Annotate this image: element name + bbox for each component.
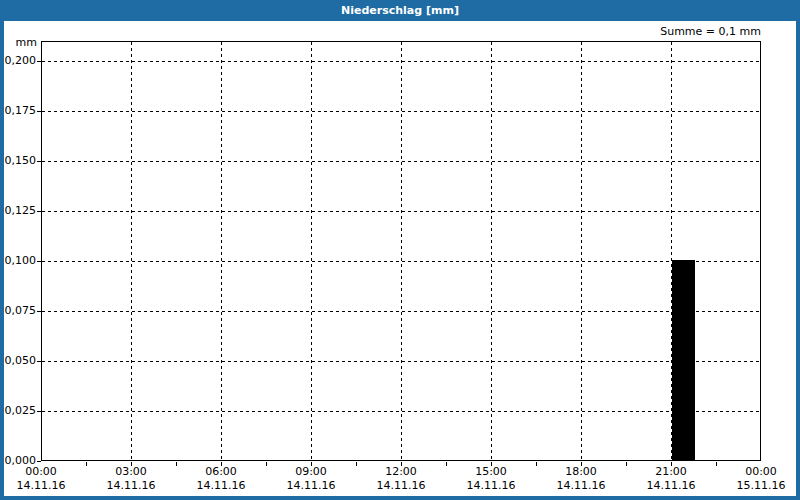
x-gridline xyxy=(221,42,222,460)
y-tick-mark xyxy=(37,361,41,362)
x-tick-mark xyxy=(626,462,627,466)
sum-annotation: Summe = 0,1 mm xyxy=(441,26,761,38)
y-tick-mark xyxy=(37,311,41,312)
x-tick-time-label: 21:00 xyxy=(635,466,707,478)
x-tick-mark xyxy=(266,462,267,466)
y-tick-mark xyxy=(37,411,41,412)
chart-layer: Summe = 0,1 mm mm 0,0000,0250,0500,0750,… xyxy=(0,0,800,500)
x-tick-date-label: 15.11.16 xyxy=(725,480,797,492)
x-tick-time-label: 12:00 xyxy=(365,466,437,478)
y-tick-label: 0,100 xyxy=(0,255,36,267)
y-tick-label: 0,150 xyxy=(0,155,36,167)
y-tick-mark xyxy=(37,261,41,262)
x-tick-date-label: 14.11.16 xyxy=(5,480,77,492)
x-tick-mark xyxy=(86,462,87,466)
y-tick-label: 0,050 xyxy=(0,355,36,367)
x-tick-date-label: 14.11.16 xyxy=(455,480,527,492)
y-tick-mark xyxy=(37,461,41,462)
y-tick-mark xyxy=(37,111,41,112)
precipitation-bar xyxy=(672,260,695,460)
x-tick-time-label: 00:00 xyxy=(5,466,77,478)
y-tick-label: 0,025 xyxy=(0,405,36,417)
x-tick-date-label: 14.11.16 xyxy=(95,480,167,492)
x-gridline xyxy=(581,42,582,460)
x-gridline xyxy=(491,42,492,460)
x-tick-time-label: 06:00 xyxy=(185,466,257,478)
x-tick-mark xyxy=(356,462,357,466)
x-tick-time-label: 03:00 xyxy=(95,466,167,478)
x-tick-mark xyxy=(176,462,177,466)
x-tick-date-label: 14.11.16 xyxy=(545,480,617,492)
y-tick-mark xyxy=(37,61,41,62)
y-tick-label: 0,075 xyxy=(0,305,36,317)
x-tick-time-label: 00:00 xyxy=(725,466,797,478)
x-tick-mark xyxy=(536,462,537,466)
y-tick-label: 0,175 xyxy=(0,105,36,117)
x-gridline xyxy=(311,42,312,460)
x-tick-date-label: 14.11.16 xyxy=(275,480,347,492)
plot-area xyxy=(41,41,761,461)
y-axis-unit-label: mm xyxy=(0,37,37,49)
x-tick-time-label: 15:00 xyxy=(455,466,527,478)
x-tick-mark xyxy=(716,462,717,466)
y-tick-mark xyxy=(37,161,41,162)
y-tick-label: 0,125 xyxy=(0,205,36,217)
y-tick-mark xyxy=(37,211,41,212)
x-tick-mark xyxy=(446,462,447,466)
x-gridline xyxy=(401,42,402,460)
x-tick-time-label: 18:00 xyxy=(545,466,617,478)
x-tick-date-label: 14.11.16 xyxy=(185,480,257,492)
x-tick-date-label: 14.11.16 xyxy=(635,480,707,492)
app-window: Niederschlag [mm] Summe = 0,1 mm mm 0,00… xyxy=(0,0,800,500)
x-gridline xyxy=(131,42,132,460)
x-tick-date-label: 14.11.16 xyxy=(365,480,437,492)
y-tick-label: 0,200 xyxy=(0,55,36,67)
x-tick-time-label: 09:00 xyxy=(275,466,347,478)
